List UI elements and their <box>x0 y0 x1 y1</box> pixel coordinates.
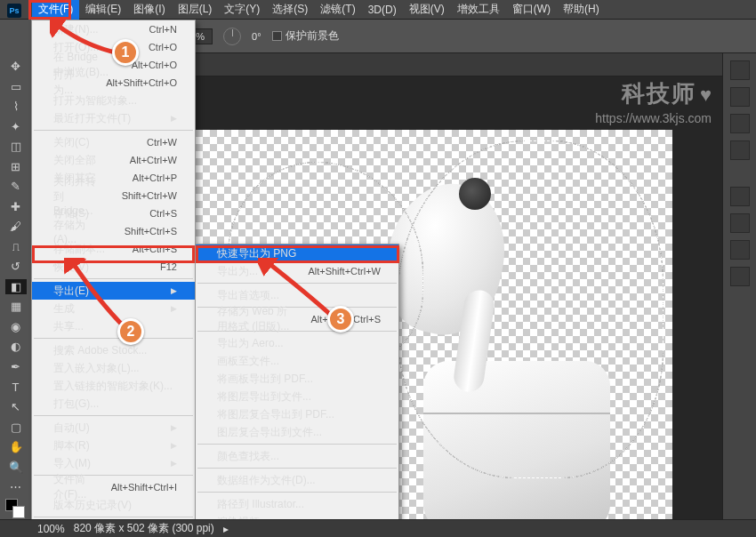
menu-item: 打包(G)... <box>32 395 195 413</box>
menu-item[interactable]: 最近打开文件(T)▶ <box>32 109 195 127</box>
heal-tool[interactable]: ✚ <box>5 199 27 215</box>
eraser-tool[interactable]: ◧ <box>5 279 27 295</box>
menubar-item[interactable]: 文件(F) <box>32 0 79 20</box>
shape-tool[interactable]: ▢ <box>5 419 27 435</box>
zoom-tool[interactable]: 🔍 <box>5 459 27 475</box>
watermark: 科技师♥ https://www.3kjs.com <box>595 78 712 125</box>
pen-tool[interactable]: ✒ <box>5 359 27 375</box>
menu-item[interactable]: 脚本(R)▶ <box>32 437 195 454</box>
angle-icon[interactable] <box>223 28 241 45</box>
menu-item[interactable]: 导出为...Alt+Shift+Ctrl+W <box>196 262 398 280</box>
fg-bg-tool[interactable] <box>5 499 27 519</box>
lasso-tool[interactable]: ⌇ <box>5 99 27 115</box>
menu-item[interactable]: 打开为智能对象... <box>32 92 195 109</box>
path-tool[interactable]: ↖ <box>5 399 27 415</box>
menu-item[interactable]: 打开为...Alt+Shift+Ctrl+O <box>32 74 195 92</box>
menubar: 文件(F)编辑(E)图像(I)图层(L)文字(Y)选择(S)滤镜(T)3D(D)… <box>0 0 756 20</box>
menu-item[interactable]: 关闭全部Alt+Ctrl+W <box>32 151 195 169</box>
panel-icon[interactable] <box>730 60 750 80</box>
type-tool[interactable]: T <box>5 379 27 395</box>
history-tool[interactable]: ↺ <box>5 259 27 275</box>
menu-item[interactable]: 颜色查找表... <box>196 447 398 465</box>
panel-icon[interactable] <box>730 187 750 206</box>
move-tool[interactable]: ✥ <box>5 59 27 75</box>
menu-item[interactable]: 画板至文件... <box>196 352 398 370</box>
menu-item[interactable]: 图层复合导出到文件... <box>196 423 398 441</box>
menu-item[interactable]: 自动(U)▶ <box>32 419 195 437</box>
wand-tool[interactable]: ✦ <box>5 119 27 135</box>
stamp-tool[interactable]: ⎍ <box>5 239 27 255</box>
hand-tool[interactable]: ✋ <box>5 439 27 455</box>
menu-item[interactable]: 存储为 Web 所用格式 (旧版)...Alt+Shift+Ctrl+S <box>196 310 398 328</box>
menu-item[interactable]: 将画板导出到 PDF... <box>196 370 398 388</box>
menubar-item[interactable]: 视图(V) <box>403 0 451 20</box>
menu-item[interactable]: 生成▶ <box>32 300 195 317</box>
right-panels <box>722 53 756 519</box>
menubar-item[interactable]: 选择(S) <box>266 0 314 20</box>
menu-item[interactable]: 存储为(A)...Shift+Ctrl+S <box>32 222 195 240</box>
toolbar: ✥ ▭ ⌇ ✦ ◫ ⊞ ✎ ✚ 🖌 ⎍ ↺ ◧ ▦ ◉ ◐ ✒ T ↖ ▢ ✋ … <box>0 20 32 519</box>
menubar-item[interactable]: 图像(I) <box>127 0 171 20</box>
menubar-item[interactable]: 文字(Y) <box>218 0 266 20</box>
menu-item[interactable]: 新建(N)...Ctrl+N <box>32 20 195 38</box>
menu-item[interactable]: 路径到 Illustrator... <box>196 495 398 513</box>
panel-icon[interactable] <box>730 213 750 233</box>
menu-item[interactable]: 搜索 Adobe Stock... <box>32 341 195 359</box>
gradient-tool[interactable]: ▦ <box>5 299 27 315</box>
menubar-item[interactable]: 滤镜(T) <box>314 0 361 20</box>
menu-item[interactable]: 恢复(V)F12 <box>32 258 195 276</box>
menu-item[interactable]: 将图层复合导出到 PDF... <box>196 405 398 423</box>
menubar-item[interactable]: 窗口(W) <box>506 0 557 20</box>
menu-item: 数据组作为文件(D)... <box>196 471 398 489</box>
brush-tool[interactable]: 🖌 <box>5 219 27 235</box>
menu-item[interactable]: 关闭并转到 Bridge...Shift+Ctrl+W <box>32 187 195 204</box>
menu-item[interactable]: 存储副本...Alt+Ctrl+S <box>32 240 195 258</box>
menu-item[interactable]: 文件简介(F)...Alt+Shift+Ctrl+I <box>32 478 195 496</box>
menu-item[interactable]: 将图层导出到文件... <box>196 388 398 405</box>
menubar-item[interactable]: 3D(D) <box>362 1 403 19</box>
menu-item[interactable]: 置入链接的智能对象(K)... <box>32 377 195 395</box>
menu-item[interactable]: 关闭(C)Ctrl+W <box>32 133 195 151</box>
menu-item[interactable]: 导入(M)▶ <box>32 454 195 472</box>
callout-3: 3 <box>327 306 354 333</box>
dodge-tool[interactable]: ◐ <box>5 339 27 355</box>
zoom-level[interactable]: 100% <box>37 523 65 535</box>
menubar-item[interactable]: 增效工具 <box>451 0 506 20</box>
menubar-item[interactable]: 图层(L) <box>172 0 219 20</box>
menubar-item[interactable]: 帮助(H) <box>557 0 606 20</box>
file-menu: 新建(N)...Ctrl+N打开(O)...Ctrl+O在 Bridge 中浏览… <box>31 20 196 537</box>
panel-icon[interactable] <box>730 87 750 107</box>
doc-dimensions: 820 像素 x 502 像素 (300 ppi) <box>74 521 214 536</box>
status-bar: 100% 820 像素 x 502 像素 (300 ppi) ▸ <box>0 519 756 537</box>
callout-2: 2 <box>117 318 144 345</box>
crop-tool[interactable]: ◫ <box>5 139 27 155</box>
callout-1: 1 <box>112 39 139 66</box>
more-tool[interactable]: ⋯ <box>5 479 27 495</box>
marching-ants <box>397 140 664 478</box>
panel-icon[interactable] <box>730 240 750 260</box>
menubar-item[interactable]: 编辑(E) <box>79 0 127 20</box>
export-submenu: 快速导出为 PNG导出为...Alt+Shift+Ctrl+W导出首选项...存… <box>195 244 399 532</box>
menu-item[interactable]: 共享... <box>32 317 195 335</box>
frame-tool[interactable]: ⊞ <box>5 159 27 175</box>
marquee-tool[interactable]: ▭ <box>5 79 27 95</box>
menu-item[interactable]: 导出首选项... <box>196 286 398 304</box>
panel-icon[interactable] <box>730 140 750 160</box>
menu-item[interactable]: 导出为 Aero... <box>196 334 398 352</box>
menu-item[interactable]: 导出(E)▶ <box>32 282 195 300</box>
menu-item[interactable]: 置入嵌入对象(L)... <box>32 359 195 377</box>
blur-tool[interactable]: ◉ <box>5 319 27 335</box>
menu-item[interactable]: 版本历史记录(V) <box>32 496 195 514</box>
panel-icon[interactable] <box>730 267 750 286</box>
app-logo: Ps <box>7 4 21 18</box>
eyedropper-tool[interactable]: ✎ <box>5 179 27 195</box>
panel-icon[interactable] <box>730 114 750 133</box>
status-arrow-icon[interactable]: ▸ <box>223 523 229 535</box>
menu-item[interactable]: 快速导出为 PNG <box>196 244 398 262</box>
protect-fg-checkbox[interactable]: 保护前景色 <box>272 28 339 44</box>
